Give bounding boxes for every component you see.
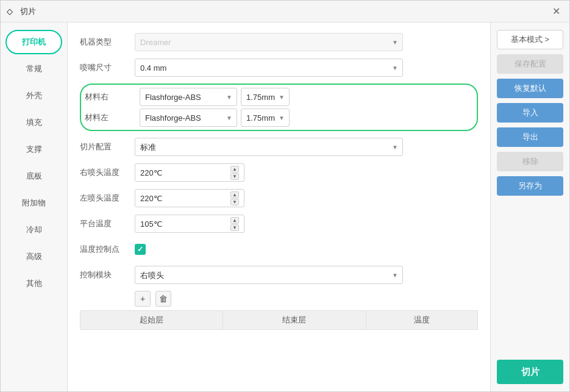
- add-icon: +: [140, 294, 145, 304]
- title-bar-left: ◇ 切片: [7, 6, 36, 17]
- add-row-button[interactable]: +: [135, 291, 151, 307]
- temp-control-label: 温度控制点: [80, 244, 135, 255]
- table-wrapper: 起始层 结束层 温度: [80, 310, 478, 330]
- sidebar-label-shell: 外壳: [26, 90, 42, 101]
- material-left-select[interactable]: Flashforge-ABS: [140, 109, 237, 127]
- material-left-row: 材料左 Flashforge-ABS ▼ 1.75mm ▼: [85, 108, 473, 127]
- app-icon: ◇: [7, 7, 16, 16]
- right-nozzle-temp-up[interactable]: ▲: [230, 166, 239, 173]
- control-module-select-wrapper: 右喷头 ▼: [135, 266, 403, 284]
- sidebar-label-support: 支撑: [26, 144, 42, 155]
- right-panel: 基本模式 > 保存配置 恢复默认 导入 导出 移除 另存为 切片: [490, 23, 569, 391]
- material-right-size-select[interactable]: 1.75mm: [241, 88, 290, 106]
- material-left-label: 材料左: [85, 112, 140, 123]
- material-right-select[interactable]: Flashforge-ABS: [140, 88, 237, 106]
- restore-default-button[interactable]: 恢复默认: [497, 79, 563, 98]
- table-toolbar: + 🗑: [80, 291, 478, 307]
- material-left-select-wrapper: Flashforge-ABS ▼: [140, 109, 237, 127]
- import-button[interactable]: 导入: [497, 103, 563, 123]
- slice-config-row: 切片配置 标准 ▼: [80, 137, 478, 157]
- sidebar-label-addon: 附加物: [22, 198, 46, 208]
- left-nozzle-temp-control: 220℃ ▲ ▼: [135, 189, 478, 207]
- machine-type-control: Dreamer ▼: [135, 33, 478, 51]
- save-config-button: 保存配置: [497, 54, 563, 74]
- sidebar-item-support[interactable]: 支撑: [1, 136, 67, 163]
- platform-temp-down[interactable]: ▼: [230, 224, 239, 231]
- sidebar-item-other[interactable]: 其他: [1, 270, 67, 297]
- slice-config-label: 切片配置: [80, 141, 135, 152]
- left-nozzle-temp-spinner[interactable]: 220℃ ▲ ▼: [135, 189, 244, 207]
- platform-temp-control: 105℃ ▲ ▼: [135, 215, 478, 233]
- sidebar-item-fill[interactable]: 填充: [1, 109, 67, 136]
- sidebar-item-advanced[interactable]: 高级: [1, 243, 67, 270]
- right-nozzle-temp-down[interactable]: ▼: [230, 173, 239, 180]
- form-area: 机器类型 Dreamer ▼ 喷嘴尺寸 0.4 mm: [68, 23, 490, 391]
- close-button[interactable]: ✕: [549, 4, 563, 19]
- control-module-control: 右喷头 ▼: [135, 266, 478, 284]
- right-nozzle-temp-value: 220℃: [140, 168, 163, 177]
- right-nozzle-temp-row: 右喷头温度 220℃ ▲ ▼: [80, 163, 478, 182]
- sidebar-item-cooling[interactable]: 冷却: [1, 216, 67, 243]
- machine-type-select[interactable]: Dreamer: [135, 33, 403, 51]
- nozzle-size-row: 喷嘴尺寸 0.4 mm ▼: [80, 58, 478, 77]
- sidebar-item-platform[interactable]: 底板: [1, 163, 67, 190]
- right-nozzle-temp-control: 220℃ ▲ ▼: [135, 163, 478, 182]
- spacer: [497, 201, 563, 355]
- material-right-label: 材料右: [85, 91, 140, 102]
- export-button[interactable]: 导出: [497, 127, 563, 147]
- sidebar-label-cooling: 冷却: [26, 224, 42, 235]
- material-group: 材料右 Flashforge-ABS ▼ 1.75mm ▼: [80, 84, 478, 131]
- right-nozzle-temp-spinner[interactable]: 220℃ ▲ ▼: [135, 163, 244, 182]
- delete-row-button[interactable]: 🗑: [155, 291, 171, 307]
- temperature-table: 起始层 结束层 温度: [80, 310, 478, 330]
- left-nozzle-temp-down[interactable]: ▼: [230, 199, 239, 205]
- temp-control-row: 温度控制点: [80, 240, 478, 259]
- material-left-control: Flashforge-ABS ▼ 1.75mm ▼: [140, 109, 473, 127]
- sidebar-item-addon[interactable]: 附加物: [1, 190, 67, 216]
- material-right-row: 材料右 Flashforge-ABS ▼ 1.75mm ▼: [85, 87, 473, 107]
- save-as-button[interactable]: 另存为: [497, 176, 563, 196]
- sidebar-label-platform: 底板: [26, 171, 42, 182]
- platform-temp-arrows: ▲ ▼: [230, 217, 239, 231]
- col-end-layer: 结束层: [223, 311, 366, 330]
- window-title: 切片: [20, 6, 36, 17]
- platform-temp-row: 平台温度 105℃ ▲ ▼: [80, 214, 478, 233]
- material-right-control: Flashforge-ABS ▼ 1.75mm ▼: [140, 88, 473, 106]
- control-module-select[interactable]: 右喷头: [135, 266, 403, 284]
- nozzle-size-select[interactable]: 0.4 mm: [135, 59, 403, 77]
- slice-button[interactable]: 切片: [497, 360, 563, 384]
- main-content: 打印机 常规 外壳 填充 支撑 底板 附加物 冷却: [1, 23, 569, 391]
- material-left-size-wrapper: 1.75mm ▼: [241, 109, 290, 127]
- control-module-row: 控制模块 右喷头 ▼: [80, 265, 478, 285]
- nozzle-size-control: 0.4 mm ▼: [135, 59, 478, 77]
- left-nozzle-temp-up[interactable]: ▲: [230, 191, 239, 198]
- sidebar-label-advanced: 高级: [26, 251, 42, 262]
- left-nozzle-temp-row: 左喷头温度 220℃ ▲ ▼: [80, 188, 478, 208]
- platform-temp-label: 平台温度: [80, 218, 135, 229]
- machine-type-row: 机器类型 Dreamer ▼: [80, 32, 478, 52]
- temp-control-checkbox[interactable]: [135, 244, 146, 255]
- right-nozzle-temp-label: 右喷头温度: [80, 167, 135, 178]
- platform-temp-spinner[interactable]: 105℃ ▲ ▼: [135, 215, 244, 233]
- slice-config-control: 标准 ▼: [135, 138, 478, 156]
- left-nozzle-temp-arrows: ▲ ▼: [230, 191, 239, 205]
- slice-config-select-wrapper: 标准 ▼: [135, 138, 403, 156]
- platform-temp-value: 105℃: [140, 219, 163, 229]
- sidebar-item-printer[interactable]: 打印机: [5, 30, 62, 54]
- platform-temp-up[interactable]: ▲: [230, 217, 239, 224]
- sidebar-label-fill: 填充: [26, 117, 42, 128]
- sidebar-item-shell[interactable]: 外壳: [1, 82, 67, 109]
- nozzle-size-select-wrapper: 0.4 mm ▼: [135, 59, 403, 77]
- col-temp: 温度: [366, 311, 478, 330]
- right-nozzle-temp-arrows: ▲ ▼: [230, 166, 239, 180]
- material-left-size-select[interactable]: 1.75mm: [241, 109, 290, 127]
- sidebar: 打印机 常规 外壳 填充 支撑 底板 附加物 冷却: [1, 23, 68, 391]
- slice-config-select[interactable]: 标准: [135, 138, 403, 156]
- control-module-label: 控制模块: [80, 269, 135, 280]
- col-start-layer: 起始层: [80, 311, 223, 330]
- nozzle-size-label: 喷嘴尺寸: [80, 62, 135, 73]
- sidebar-label-other: 其他: [26, 278, 42, 289]
- sidebar-item-common[interactable]: 常规: [1, 55, 67, 82]
- title-bar: ◇ 切片 ✕: [1, 1, 569, 23]
- basic-mode-button[interactable]: 基本模式 >: [497, 30, 563, 49]
